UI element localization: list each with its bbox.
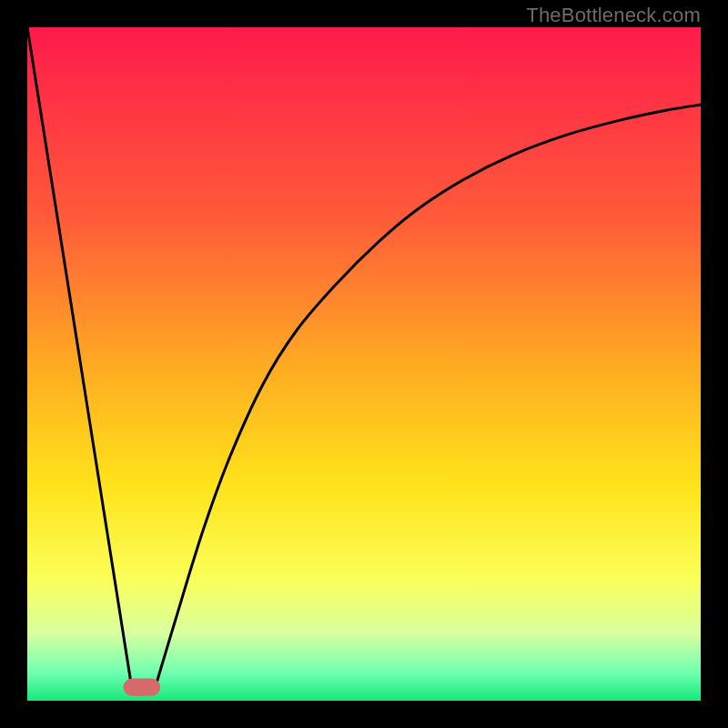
chart-svg bbox=[27, 27, 701, 701]
chart-frame: TheBottleneck.com bbox=[0, 0, 728, 728]
plot-area bbox=[27, 27, 701, 701]
marker-group bbox=[123, 679, 160, 696]
watermark-text: TheBottleneck.com bbox=[526, 4, 701, 27]
minimum-marker bbox=[123, 679, 160, 696]
gradient-background bbox=[27, 27, 701, 701]
